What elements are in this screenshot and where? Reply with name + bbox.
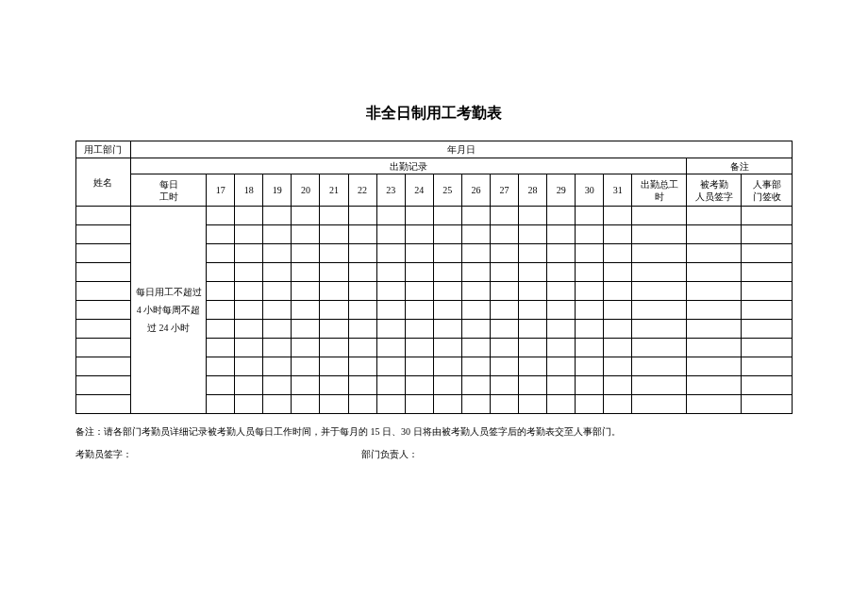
day-cell	[292, 263, 320, 282]
day-cell	[490, 282, 518, 301]
day-cell	[547, 263, 576, 282]
day-cell	[376, 244, 405, 263]
day-cell	[348, 395, 376, 414]
total-cell	[632, 225, 687, 244]
day-cell	[263, 301, 292, 320]
hr-cell	[742, 263, 793, 282]
day-header: 21	[320, 174, 348, 207]
day-cell	[207, 244, 235, 263]
day-cell	[320, 320, 348, 339]
day-cell	[348, 320, 376, 339]
name-cell	[76, 263, 131, 282]
name-cell	[76, 207, 131, 225]
day-cell	[235, 320, 263, 339]
dept-label: 用工部门	[76, 141, 131, 158]
day-cell	[348, 376, 376, 395]
day-cell	[547, 244, 576, 263]
name-cell	[76, 301, 131, 320]
day-header: 22	[348, 174, 376, 207]
hr-cell	[742, 207, 793, 225]
day-cell	[490, 301, 518, 320]
day-cell	[376, 225, 405, 244]
day-cell	[207, 320, 235, 339]
day-cell	[547, 395, 576, 414]
hr-label: 人事部门签收	[742, 174, 793, 207]
day-cell	[263, 244, 292, 263]
day-cell	[461, 395, 490, 414]
name-cell	[76, 339, 131, 357]
day-cell	[519, 263, 547, 282]
day-cell	[207, 395, 235, 414]
day-cell	[376, 395, 405, 414]
day-cell	[604, 357, 632, 376]
day-cell	[235, 301, 263, 320]
day-cell	[519, 339, 547, 357]
signature-line: 考勤员签字： 部门负责人：	[75, 448, 793, 461]
signee-cell	[687, 282, 742, 301]
day-cell	[547, 320, 576, 339]
signee-label: 被考勤人员签字	[687, 174, 742, 207]
day-cell	[519, 376, 547, 395]
day-cell	[235, 282, 263, 301]
name-cell	[76, 244, 131, 263]
day-cell	[576, 376, 604, 395]
day-cell	[490, 244, 518, 263]
signee-cell	[687, 339, 742, 357]
day-cell	[433, 282, 461, 301]
day-cell	[405, 282, 433, 301]
day-cell	[547, 301, 576, 320]
day-cell	[576, 244, 604, 263]
hr-cell	[742, 376, 793, 395]
day-cell	[433, 357, 461, 376]
day-cell	[292, 282, 320, 301]
name-cell	[76, 395, 131, 414]
day-cell	[604, 263, 632, 282]
signee-cell	[687, 395, 742, 414]
day-cell	[576, 357, 604, 376]
day-cell	[320, 207, 348, 225]
day-cell	[576, 207, 604, 225]
day-cell	[207, 225, 235, 244]
day-cell	[547, 225, 576, 244]
day-cell	[405, 244, 433, 263]
day-header: 24	[405, 174, 433, 207]
day-cell	[433, 244, 461, 263]
day-cell	[320, 244, 348, 263]
day-cell	[604, 225, 632, 244]
name-cell	[76, 357, 131, 376]
day-cell	[263, 320, 292, 339]
total-cell	[632, 320, 687, 339]
day-cell	[263, 207, 292, 225]
day-cell	[348, 357, 376, 376]
day-cell	[461, 320, 490, 339]
day-cell	[519, 395, 547, 414]
day-cell	[292, 339, 320, 357]
day-cell	[519, 225, 547, 244]
day-cell	[604, 301, 632, 320]
day-cell	[519, 244, 547, 263]
side-note: 每日用工不超过 4 小时每周不超过 24 小时	[130, 207, 206, 414]
day-cell	[547, 339, 576, 357]
day-cell	[320, 282, 348, 301]
day-cell	[433, 339, 461, 357]
day-header: 18	[235, 174, 263, 207]
day-cell	[235, 207, 263, 225]
day-cell	[207, 301, 235, 320]
day-cell	[405, 320, 433, 339]
day-cell	[461, 301, 490, 320]
day-cell	[490, 376, 518, 395]
attendance-section-label: 出勤记录	[130, 158, 686, 174]
day-cell	[519, 207, 547, 225]
day-cell	[376, 376, 405, 395]
day-cell	[292, 244, 320, 263]
day-cell	[263, 395, 292, 414]
day-cell	[604, 376, 632, 395]
day-cell	[263, 357, 292, 376]
day-cell	[292, 225, 320, 244]
day-cell	[490, 357, 518, 376]
hr-cell	[742, 244, 793, 263]
day-cell	[604, 244, 632, 263]
signee-cell	[687, 263, 742, 282]
day-header: 31	[604, 174, 632, 207]
day-cell	[263, 263, 292, 282]
